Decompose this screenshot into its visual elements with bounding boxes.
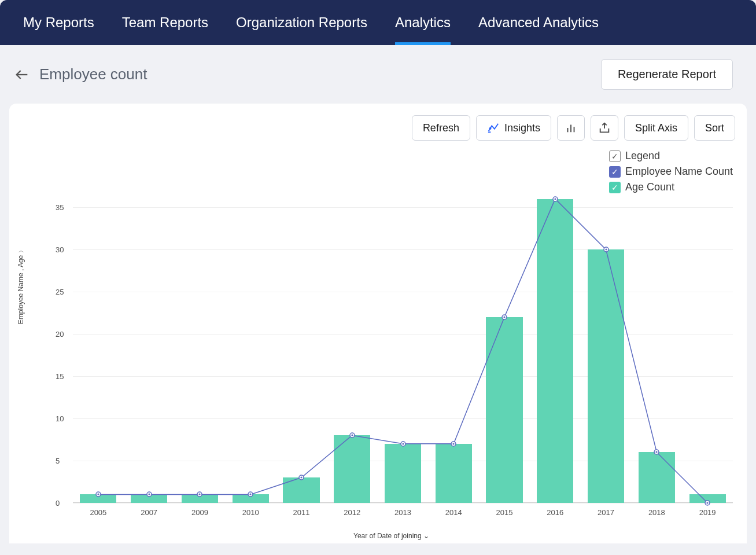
line-point[interactable] [349, 432, 355, 438]
svg-point-20 [453, 443, 455, 444]
line-point[interactable] [603, 247, 609, 252]
x-tick-label: 2014 [445, 508, 462, 517]
svg-point-26 [605, 249, 607, 251]
legend-item-label: Employee Name Count [625, 166, 733, 178]
x-tick-label: 2018 [648, 508, 665, 517]
x-axis-label: Year of Date of joining ⌄ [353, 532, 429, 540]
svg-point-18 [402, 443, 404, 444]
line-point[interactable] [248, 491, 253, 497]
page-title: Employee count [39, 65, 147, 83]
svg-point-8 [148, 494, 150, 495]
nav-tab-my-reports[interactable]: My Reports [23, 0, 94, 45]
svg-point-14 [300, 477, 302, 479]
refresh-button[interactable]: Refresh [412, 115, 470, 141]
line-point[interactable] [95, 491, 101, 497]
chart-type-button[interactable] [557, 115, 585, 141]
chart-area: Employee Name , Age 〉 Year of Date of jo… [50, 190, 733, 526]
svg-point-28 [656, 451, 658, 453]
x-tick-label: 2017 [598, 508, 614, 517]
line-point[interactable] [552, 196, 558, 202]
insights-icon [487, 122, 500, 134]
sort-button[interactable]: Sort [694, 115, 735, 141]
line-point[interactable] [298, 475, 304, 480]
x-tick-label: 2009 [191, 508, 208, 517]
export-button[interactable] [591, 115, 618, 141]
x-tick-label: 2011 [293, 508, 309, 517]
y-tick-label: 15 [56, 372, 64, 381]
line-point[interactable] [501, 314, 507, 320]
line-point[interactable] [146, 491, 152, 497]
svg-point-30 [707, 502, 709, 503]
svg-point-6 [97, 494, 99, 495]
x-tick-label: 2019 [699, 508, 716, 517]
x-tick-label: 2010 [242, 508, 259, 517]
nav-tab-analytics[interactable]: Analytics [395, 0, 451, 45]
chart-plot[interactable]: 0510152025303520052007200920102011201220… [73, 190, 733, 503]
axis-arrow-icon: 〉 [18, 247, 24, 253]
svg-point-16 [351, 435, 353, 436]
y-tick-label: 5 [56, 457, 60, 465]
grid-line [73, 503, 733, 503]
y-tick-label: 35 [56, 203, 64, 212]
x-tick-label: 2005 [90, 508, 106, 517]
line-point[interactable] [654, 449, 659, 455]
insights-label: Insights [504, 122, 540, 134]
chart-card: Refresh Insights Split Axis Sort ✓ Legen… [9, 104, 747, 543]
top-nav: My ReportsTeam ReportsOrganization Repor… [0, 0, 756, 45]
legend-toggle-icon: ✓ [609, 150, 621, 162]
y-tick-label: 25 [56, 288, 64, 296]
page-subheader: Employee count Regenerate Report [0, 45, 756, 104]
legend-title: Legend [625, 150, 660, 162]
bar-chart-icon [565, 122, 577, 134]
insights-button[interactable]: Insights [476, 115, 551, 141]
nav-tab-team-reports[interactable]: Team Reports [122, 0, 208, 45]
export-icon [598, 122, 611, 134]
back-arrow-icon[interactable] [14, 67, 30, 83]
y-axis-label: Employee Name , Age 〉 [17, 247, 25, 324]
line-series [73, 190, 733, 503]
line-point[interactable] [451, 441, 456, 447]
legend-swatch-icon: ✓ [609, 166, 621, 178]
x-tick-label: 2015 [496, 508, 513, 517]
y-tick-label: 20 [56, 330, 64, 339]
nav-tab-organization-reports[interactable]: Organization Reports [236, 0, 367, 45]
legend-item-employee-name-count[interactable]: ✓ Employee Name Count [609, 166, 733, 178]
x-tick-label: 2012 [344, 508, 360, 517]
line-point[interactable] [705, 500, 710, 506]
x-tick-label: 2013 [394, 508, 411, 517]
line-point[interactable] [197, 491, 202, 497]
svg-point-22 [503, 316, 505, 318]
split-axis-button[interactable]: Split Axis [624, 115, 688, 141]
chart-legend: ✓ Legend ✓ Employee Name Count ✓ Age Cou… [609, 150, 733, 197]
legend-title-row[interactable]: ✓ Legend [609, 150, 733, 162]
x-tick-label: 2007 [141, 508, 157, 517]
svg-point-10 [199, 494, 201, 495]
nav-tab-advanced-analytics[interactable]: Advanced Analytics [478, 0, 599, 45]
chevron-down-icon: ⌄ [423, 532, 429, 540]
y-tick-label: 10 [56, 414, 64, 423]
x-tick-label: 2016 [547, 508, 563, 517]
y-tick-label: 30 [56, 245, 64, 254]
line-point[interactable] [400, 441, 406, 447]
y-tick-label: 0 [56, 499, 60, 508]
svg-point-1 [489, 128, 491, 129]
chart-toolbar: Refresh Insights Split Axis Sort [21, 115, 735, 141]
regenerate-report-button[interactable]: Regenerate Report [601, 59, 733, 90]
svg-point-24 [554, 198, 556, 200]
svg-point-12 [250, 494, 252, 495]
